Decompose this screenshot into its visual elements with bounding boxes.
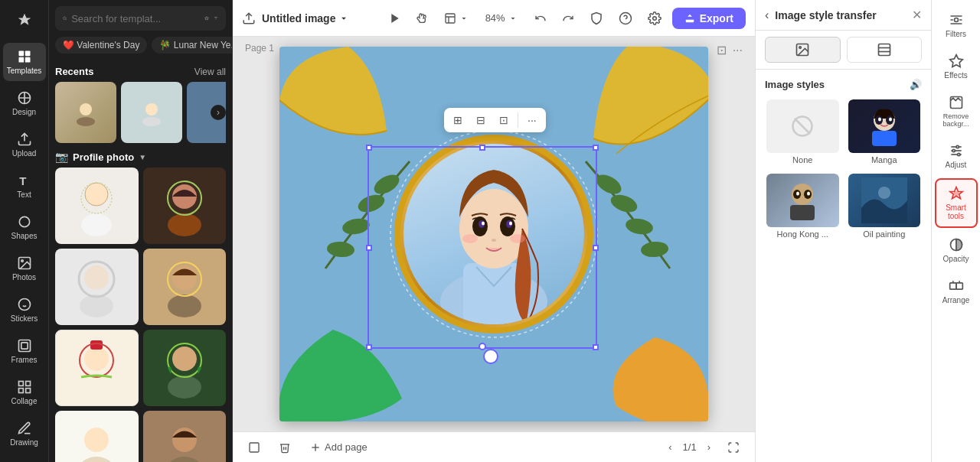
panel-tab-2[interactable] [847, 37, 923, 63]
sidebar-item-shapes-label: Shapes [11, 232, 38, 240]
sidebar-item-stickers[interactable]: Stickers [3, 291, 46, 329]
main-area: Untitled image 84% [233, 0, 755, 462]
view-all-link[interactable]: View all [194, 67, 226, 77]
toolbar-right: 84% Export [384, 8, 746, 29]
recent-thumb-2[interactable] [121, 82, 182, 143]
style-manga[interactable]: Manga [847, 98, 923, 166]
add-page-button[interactable]: Add page [303, 438, 374, 457]
svg-point-61 [640, 240, 669, 258]
recents-nav-next[interactable]: › [211, 105, 226, 120]
profile-thumb-7[interactable] [55, 411, 139, 462]
export-button[interactable]: Export [672, 8, 746, 29]
ri-remove-bg[interactable]: Remove backgr... [935, 89, 978, 134]
profile-thumb-6[interactable] [143, 330, 227, 406]
resize-button[interactable] [439, 9, 473, 28]
svg-point-99 [878, 187, 890, 199]
ri-opacity-label: Opacity [943, 255, 969, 263]
canvas-area: Page 1 ⊡ ··· [233, 37, 755, 462]
rotate-handle[interactable]: ↻ [483, 349, 498, 364]
sidebar-item-templates[interactable]: Templates [3, 43, 46, 81]
doc-title[interactable]: Untitled image [262, 12, 349, 24]
svg-point-71 [482, 222, 485, 226]
sidebar-item-text[interactable]: T Text [3, 167, 46, 205]
recent-thumb-1[interactable] [55, 82, 116, 143]
style-oil[interactable]: Oil painting [847, 172, 923, 240]
svg-point-24 [142, 117, 161, 126]
redo-button[interactable] [557, 9, 579, 28]
sidebar-item-photos[interactable]: Photos [3, 249, 46, 288]
handle-bm[interactable] [479, 343, 486, 350]
canvas-content[interactable]: Page 1 ⊡ ··· [233, 37, 755, 431]
page-expand-button[interactable]: ⊡ [717, 43, 727, 57]
svg-point-35 [168, 294, 201, 317]
doc-title-chevron [338, 13, 349, 24]
svg-rect-49 [446, 14, 455, 23]
sel-btn-more[interactable]: ··· [521, 111, 543, 129]
sel-btn-grid[interactable]: ⊞ [447, 111, 469, 129]
ri-opacity[interactable]: Opacity [935, 231, 978, 269]
sidebar-item-drawing[interactable]: Drawing [3, 415, 46, 453]
svg-rect-11 [18, 340, 30, 352]
delete-page-button[interactable] [273, 438, 297, 457]
profile-thumb-3[interactable] [55, 249, 139, 325]
search-input[interactable] [71, 13, 200, 24]
help-button[interactable] [614, 8, 637, 28]
sidebar-item-shapes[interactable]: Shapes [3, 208, 46, 246]
panel-close-button[interactable]: ✕ [912, 8, 922, 22]
svg-point-44 [80, 457, 113, 462]
sel-btn-duplicate[interactable]: ⊡ [493, 111, 514, 129]
fullscreen-button[interactable] [721, 438, 746, 457]
page-menu: ⊡ ··· [717, 43, 743, 57]
undo-button[interactable] [530, 9, 551, 28]
panel-section: Recents View all 📷 › 📷 Profile photo ▼ [49, 60, 232, 462]
page-indicator: 1/1 [683, 441, 697, 453]
sel-btn-crop[interactable]: ⊟ [470, 111, 492, 129]
page-options-button[interactable]: ··· [733, 43, 743, 57]
sidebar-item-frames[interactable]: Frames [3, 332, 46, 370]
profile-thumb-1[interactable] [55, 168, 139, 244]
left-panel: ❤️ Valentine's Day 🎋 Lunar New Ye... Rec… [49, 0, 233, 462]
svg-marker-48 [391, 14, 398, 23]
profile-section-header[interactable]: 📷 Profile photo ▼ [55, 151, 226, 163]
tag-lunar[interactable]: 🎋 Lunar New Ye... [152, 37, 232, 54]
svg-point-17 [64, 17, 66, 19]
recents-row: 📷 › [55, 82, 226, 143]
app-logo[interactable] [3, 6, 46, 34]
ri-smart-tools[interactable]: Smart tools [935, 178, 978, 228]
sidebar-item-design[interactable]: Design [3, 84, 46, 122]
profile-thumb-5[interactable] [55, 330, 139, 406]
search-bar[interactable] [55, 6, 226, 31]
profile-thumb-2[interactable] [143, 168, 227, 244]
profile-thumb-8[interactable] [143, 411, 227, 462]
next-page-button[interactable]: › [701, 438, 717, 456]
zoom-control[interactable]: 84% [479, 9, 524, 27]
ri-arrange[interactable]: Arrange [935, 272, 978, 311]
filter-icon[interactable] [214, 12, 218, 24]
prev-page-button[interactable]: ‹ [662, 438, 678, 456]
sidebar-item-stickers-label: Stickers [11, 314, 38, 323]
profile-thumb-grid [55, 168, 226, 462]
style-none[interactable]: None [765, 98, 841, 166]
panel-tab-1[interactable] [765, 37, 841, 63]
profile-thumb-4[interactable] [143, 249, 227, 325]
magic-icon[interactable] [204, 12, 209, 24]
panel-body: Image styles 🔊 None [756, 70, 931, 462]
play-button[interactable] [384, 9, 406, 28]
upload-page-button[interactable] [242, 438, 266, 457]
style-hongkong[interactable]: Hong Kong ... [765, 172, 841, 240]
volume-icon[interactable]: 🔊 [910, 79, 922, 90]
profile-icon: 📷 [55, 151, 68, 163]
style-oil-preview [848, 174, 921, 227]
sidebar-item-collage[interactable]: Collage [3, 373, 46, 412]
pan-button[interactable] [412, 9, 433, 28]
magic-shield-button[interactable] [585, 8, 608, 28]
panel-back-button[interactable]: ‹ [765, 8, 769, 22]
svg-point-22 [77, 117, 95, 126]
svg-point-108 [957, 153, 959, 155]
ri-filters[interactable]: Filters [935, 6, 978, 44]
sidebar-item-upload[interactable]: Upload [3, 125, 46, 164]
ri-effects[interactable]: Effects [935, 47, 978, 86]
settings-button[interactable] [643, 8, 666, 28]
tag-valentines[interactable]: ❤️ Valentine's Day [55, 37, 147, 54]
ri-adjust[interactable]: Adjust [935, 137, 978, 175]
